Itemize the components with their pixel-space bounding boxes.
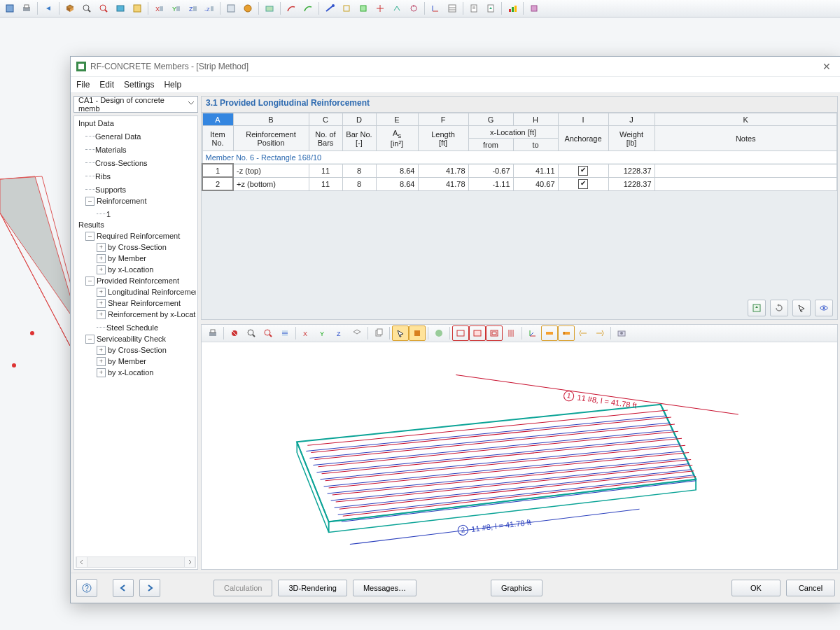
tree-results[interactable]: Results — [78, 220, 104, 230]
tree-serv-by-cs[interactable]: by Cross-Section — [108, 345, 167, 356]
pv-axis-y-icon[interactable]: Y — [315, 326, 332, 341]
col-letter-F[interactable]: F — [418, 113, 468, 126]
tree-general-data[interactable]: General Data — [95, 132, 141, 142]
tool-a-icon[interactable] — [223, 1, 239, 16]
tree-steel-schedule[interactable]: Steel Schedule — [106, 323, 158, 333]
pv-bracket-a-icon[interactable] — [575, 326, 592, 341]
checkbox-icon[interactable]: ✔ — [578, 166, 588, 176]
pv-axes-icon[interactable] — [524, 326, 541, 341]
dialog-titlebar[interactable]: RF-CONCRETE Members - [Strip Method] ✕ — [71, 57, 840, 77]
collapse-icon[interactable]: – — [85, 197, 94, 206]
chart-icon[interactable] — [504, 1, 521, 16]
menu-help[interactable]: Help — [164, 80, 181, 90]
pv-axis-z-icon[interactable]: Z — [332, 326, 349, 341]
view-cube-icon[interactable] — [112, 1, 129, 16]
tree-cross-sections[interactable]: Cross-Sections — [95, 158, 148, 169]
col-letter-E[interactable]: E — [376, 113, 418, 126]
col-letter-B[interactable]: B — [233, 113, 309, 126]
tree-h-scrollbar[interactable] — [76, 556, 196, 568]
layers-icon[interactable] — [129, 1, 146, 16]
axis-x-icon[interactable]: X — [150, 1, 167, 16]
pv-frame-a-icon[interactable] — [452, 326, 469, 341]
zoom-window-icon[interactable] — [78, 1, 95, 16]
pv-photo-icon[interactable] — [613, 326, 630, 341]
expand-icon[interactable]: + — [97, 368, 106, 377]
zoom-all-icon[interactable] — [95, 1, 112, 16]
collapse-icon[interactable]: – — [85, 335, 94, 344]
tool-b-icon[interactable] — [239, 1, 256, 16]
cancel-button[interactable]: Cancel — [786, 580, 835, 596]
expand-icon[interactable]: + — [97, 310, 106, 319]
tree-serv-by-member[interactable]: by Member — [108, 356, 146, 367]
menu-settings[interactable]: Settings — [124, 80, 154, 90]
checkbox-icon[interactable]: ✔ — [578, 179, 588, 189]
axis-z-icon[interactable]: Z — [184, 1, 201, 16]
toolbar-btn-1[interactable] — [1, 1, 18, 16]
print-icon[interactable] — [18, 1, 35, 16]
tree-reinf-1[interactable]: 1 — [106, 209, 111, 220]
pv-frame-b-icon[interactable] — [469, 326, 486, 341]
tool-g-icon[interactable] — [338, 1, 355, 16]
pv-zoom-icon[interactable] — [243, 326, 260, 341]
pv-section-icon[interactable] — [276, 326, 293, 341]
tool-f-icon[interactable] — [321, 1, 338, 16]
tree-input-data[interactable]: Input Data — [78, 118, 114, 129]
close-icon[interactable]: ✕ — [818, 59, 835, 74]
expand-icon[interactable]: + — [97, 299, 106, 308]
tool-c-icon[interactable] — [261, 1, 278, 16]
table-tool-refresh-icon[interactable] — [770, 300, 788, 316]
expand-icon[interactable]: + — [97, 254, 106, 263]
pv-anchor-b-icon[interactable] — [558, 326, 575, 341]
axis-neg-z-icon[interactable]: -Z — [201, 1, 218, 16]
help-button[interactable]: ? — [76, 579, 97, 597]
pv-iso-icon[interactable] — [349, 326, 365, 341]
pv-print-icon[interactable] — [204, 326, 221, 341]
tree-req-by-cs[interactable]: by Cross-Section — [108, 242, 167, 253]
messages-button[interactable]: Messages… — [353, 580, 416, 596]
table-icon[interactable] — [444, 1, 461, 16]
expand-icon[interactable]: + — [97, 288, 106, 297]
pv-frame-c-icon[interactable] — [486, 326, 503, 341]
pv-anchor-a-icon[interactable] — [541, 326, 558, 341]
pv-bug-icon[interactable] — [226, 326, 243, 341]
table-row[interactable]: 2+z (bottom)1188.6441.78-1.1140.67✔1228.… — [202, 177, 837, 190]
pv-mode-b-icon[interactable] — [409, 326, 426, 341]
tool-l-icon[interactable] — [427, 1, 444, 16]
pv-bracket-b-icon[interactable] — [592, 326, 608, 341]
pv-render-solid-icon[interactable] — [430, 326, 447, 341]
col-letter-I[interactable]: I — [558, 113, 608, 126]
tree-req-by-x[interactable]: by x-Location — [108, 265, 153, 275]
table-tool-view-icon[interactable] — [815, 300, 833, 316]
scroll-left-icon[interactable] — [76, 557, 88, 567]
tool-j-icon[interactable] — [388, 1, 405, 16]
ok-button[interactable]: OK — [732, 580, 780, 596]
nav-tree[interactable]: Input Data General Data Materials Cross-… — [74, 115, 198, 570]
tool-h-icon[interactable] — [355, 1, 372, 16]
tree-materials[interactable]: Materials — [95, 145, 127, 155]
axis-y-icon[interactable]: Y — [167, 1, 184, 16]
results-table[interactable]: A B C D E F G H I J K — [201, 112, 838, 320]
tree-serv-by-x[interactable]: by x-Location — [108, 368, 153, 378]
pv-mode-a-icon[interactable] — [392, 326, 409, 341]
tree-required[interactable]: Required Reinforcement — [97, 231, 180, 241]
undo-icon[interactable] — [40, 1, 57, 16]
tree-prov-shear[interactable]: Shear Reinforcement — [108, 298, 181, 309]
table-tool-select-icon[interactable] — [792, 300, 811, 316]
tree-provided[interactable]: Provided Reinforcement — [97, 276, 179, 286]
report-icon[interactable] — [465, 1, 482, 16]
col-letter-D[interactable]: D — [342, 113, 376, 126]
tool-k-icon[interactable] — [405, 1, 422, 16]
tool-i-icon[interactable] — [372, 1, 388, 16]
expand-icon[interactable]: + — [97, 243, 106, 252]
pv-axis-x-icon[interactable]: X — [298, 326, 315, 341]
expand-icon[interactable]: + — [97, 346, 106, 355]
tree-prov-by-x[interactable]: Reinforcement by x-Location — [108, 309, 196, 320]
col-letter-K[interactable]: K — [654, 113, 837, 126]
graphics-button[interactable]: Graphics — [491, 580, 542, 596]
collapse-icon[interactable]: – — [85, 232, 94, 241]
tool-last-icon[interactable] — [526, 1, 542, 16]
col-letter-G[interactable]: G — [468, 113, 513, 126]
pv-zoom-all-icon[interactable] — [260, 326, 276, 341]
tree-serviceability[interactable]: Serviceability Check — [97, 334, 166, 344]
col-letter-H[interactable]: H — [513, 113, 558, 126]
